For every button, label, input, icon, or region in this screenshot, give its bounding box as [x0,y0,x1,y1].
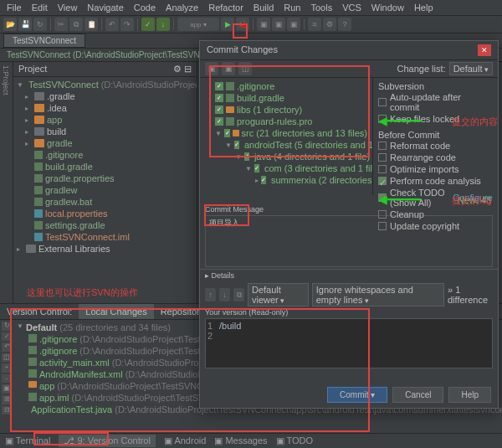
help-icon[interactable]: ? [338,18,351,31]
opt-autoupdate[interactable]: Auto-update after commit [378,91,493,113]
vc-tab-local[interactable]: Local Changes [79,304,153,319]
opt-keeplocked[interactable]: Keep files locked [378,113,493,125]
changelist-combo[interactable]: Default ▾ [449,62,493,75]
vc-commit-icon[interactable]: ✓ [2,332,12,342]
open-icon[interactable]: 📂 [3,18,17,31]
menu-vcs[interactable]: VCS [342,3,361,13]
bb-vc[interactable]: ⎇ 9: Version Control [59,435,156,447]
vc-refresh-icon[interactable]: ↻ [2,322,12,331]
sync-icon[interactable]: ↻ [33,18,47,31]
opt-rearrange[interactable]: Rearrange code [378,152,493,163]
dialog-title: Commit Changes [207,44,278,56]
new-count: New: 48 [458,195,491,205]
viewer-combo[interactable]: Default viewer ▾ [248,283,309,306]
menu-tools[interactable]: Tools [310,3,332,13]
monitor-icon[interactable]: ▣ [287,18,300,31]
save-icon[interactable]: 💾 [18,18,32,31]
commit-button[interactable]: Commit ▾ [327,387,387,403]
menu-view[interactable]: View [58,3,78,13]
details-toggle[interactable]: ▸ Details [200,269,498,281]
project-tree[interactable]: ▼TestSVNConnect (D:\AndroidStudioProject… [13,77,197,256]
menu-help[interactable]: Help [414,3,433,13]
settings-icon[interactable]: ⚙ [323,18,336,31]
opt-optimize[interactable]: Optimize imports [378,163,493,175]
redo-icon[interactable]: ↷ [120,18,134,31]
changelist-label: Change list: [397,64,446,74]
close-icon[interactable]: ✕ [478,44,491,56]
diff-copy-icon[interactable]: ⧉ [233,288,244,301]
panel-title: Project [18,64,47,75]
debug-icon[interactable]: 🐞 [236,18,249,31]
diff-next-icon[interactable]: ↓ [219,288,230,301]
vc-collapse-icon[interactable]: ⊟ [2,406,12,415]
vc-add-icon[interactable]: + [2,363,12,373]
undo-icon[interactable]: ↶ [105,18,119,31]
menu-navigate[interactable]: Navigate [87,3,123,13]
dlg-group-icon[interactable]: ▣ [222,62,235,75]
opt-cleanup[interactable]: Cleanup [378,209,493,220]
vc-toolbar: ↻ ✓ ↶ ◫ + - ▣ ⊞ ⊟ [0,320,13,416]
whitespace-combo[interactable]: Ignore whitespaces and empty lines ▾ [312,283,444,306]
copy-icon[interactable]: ⧉ [69,18,83,31]
readonly-label: Your version (Read-only) [200,308,498,317]
vc-shelf-icon[interactable]: ▣ [2,384,12,394]
bb-todo[interactable]: ▣ TODO [276,435,313,446]
diff-viewer[interactable]: 1/build 2 [205,318,493,368]
tab-project[interactable]: TestSVNConnect [3,33,85,48]
menu-run[interactable]: Run [284,3,300,13]
diff-count: » 1 difference [448,285,493,305]
run-config[interactable]: app ▾ [177,18,219,31]
opt-copyright[interactable]: Update copyright [378,220,493,232]
bb-messages[interactable]: ▣ Messages [214,435,267,446]
menu-file[interactable]: File [7,3,22,13]
commit-tree[interactable]: ✓.gitignore ✓build.gradle ✓libs (1 direc… [200,78,372,195]
menu-analyze[interactable]: Analyze [166,3,198,13]
run-icon[interactable]: ▶ [221,18,234,31]
vc-title: Version Control: [0,304,79,319]
bottom-bar: ▣ Terminal ⎇ 9: Version Control ▣ Androi… [0,433,502,448]
avd-icon[interactable]: ▣ [257,18,270,31]
project-panel: Project⚙ ⊟ ▼TestSVNConnect (D:\AndroidSt… [13,62,197,305]
commit-options: Subversion Auto-update after commit Keep… [372,78,498,195]
dlg-filter-icon[interactable]: ▣ [205,62,218,75]
bb-terminal[interactable]: ▣ Terminal [5,435,50,446]
menu-edit[interactable]: Edit [32,3,48,13]
commit-dialog: Commit Changes✕ ▣ ▣ ◫ Change list: Defau… [199,40,499,409]
vc-revert-icon[interactable]: ↶ [2,342,12,352]
left-gutter[interactable]: 1:Project [0,62,13,305]
paste-icon[interactable]: 📋 [85,18,98,31]
before-commit-label: Before Commit [378,130,439,140]
diff-prev-icon[interactable]: ↑ [205,288,216,301]
vcs-commit-icon[interactable]: ✓ [141,18,155,31]
dlg-diff-icon[interactable]: ◫ [238,62,252,75]
menu-window[interactable]: Window [371,3,404,13]
menu-refactor[interactable]: Refactor [208,3,243,13]
vc-expand-icon[interactable]: ⊞ [2,395,12,404]
vcs-update-icon[interactable]: ↓ [156,18,170,31]
bb-android[interactable]: ▣ Android [164,435,206,446]
menu-code[interactable]: Code [134,3,156,13]
cut-icon[interactable]: ✂ [54,18,68,31]
menu-build[interactable]: Build [254,3,274,13]
main-toolbar: 📂 💾 ↻ ✂ ⧉ 📋 ↶ ↷ ✓ ↓ app ▾ ▶ 🐞 ▣ ▣ ▣ ≡ ⚙ … [0,16,502,33]
vc-delete-icon[interactable]: - [2,374,12,384]
subversion-label: Subversion [378,81,424,91]
opt-reformat[interactable]: Reformat code [378,140,493,152]
vc-diff-icon[interactable]: ◫ [2,353,12,363]
opt-analyze[interactable]: ✓Perform code analysis [378,175,493,187]
help-button[interactable]: Help [448,387,491,403]
structure-icon[interactable]: ≡ [308,18,321,31]
sdk-icon[interactable]: ▣ [272,18,285,31]
menu-bar: File Edit View Navigate Code Analyze Ref… [0,0,502,16]
cancel-button[interactable]: Cancel [392,387,443,403]
